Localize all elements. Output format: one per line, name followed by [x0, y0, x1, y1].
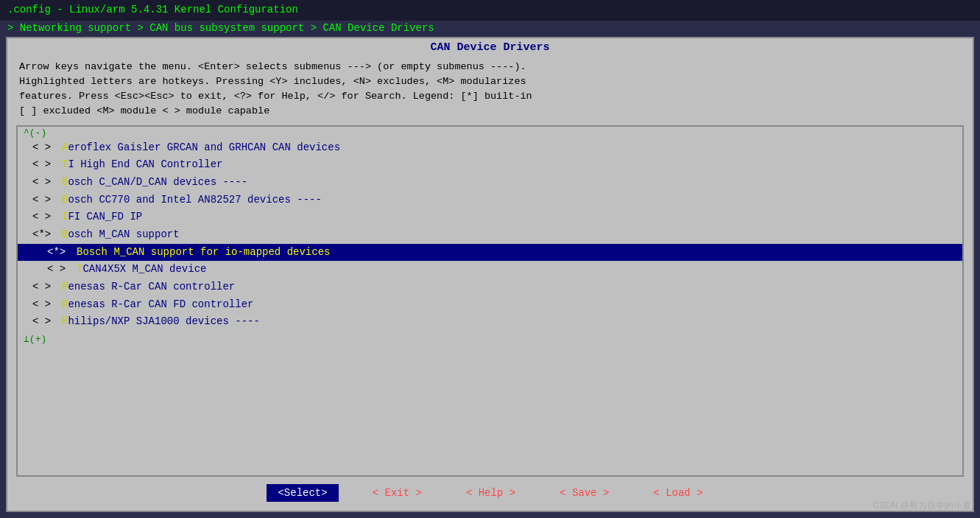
hotkey-letter: I: [62, 211, 68, 223]
item-bracket: <*>: [32, 227, 59, 243]
help-line-3: features. Press <Esc><Esc> to exit, <?> …: [19, 89, 961, 104]
hotkey-letter: P: [62, 315, 68, 327]
help-line-1: Arrow keys navigate the menu. <Enter> se…: [19, 60, 961, 74]
list-item[interactable]: < > IFI CAN_FD IP: [18, 209, 962, 226]
outer-window: .config - Linux/arm 5.4.31 Kernel Config…: [0, 0, 980, 518]
list-item[interactable]: < > TI High End CAN Controller: [18, 156, 962, 174]
item-bracket: < >: [47, 262, 74, 278]
item-label: IFI CAN_FD IP: [62, 209, 142, 225]
list-item[interactable]: < > Bosch C_CAN/D_CAN devices ----: [18, 174, 962, 192]
item-bracket: < >: [32, 209, 59, 225]
hotkey-letter: A: [62, 141, 68, 153]
dash-suffix: ----: [229, 315, 260, 327]
help-line-4: [ ] excluded <M> module < > module capab…: [19, 104, 961, 119]
main-panel: CAN Device Drivers Arrow keys navigate t…: [6, 37, 974, 512]
item-label: Aeroflex Gaisler GRCAN and GRHCAN CAN de…: [62, 140, 340, 156]
title-bar: .config - Linux/arm 5.4.31 Kernel Config…: [0, 0, 980, 21]
button-bar: <Select> < Exit > < Help > < Save > < Lo…: [7, 477, 973, 511]
item-label: TI High End CAN Controller: [62, 157, 222, 173]
dash-suffix: ----: [291, 194, 322, 206]
item-label: Philips/NXP SJA1000 devices ----: [62, 314, 260, 330]
title-line1: .config - Linux/arm 5.4.31 Kernel Config…: [7, 3, 973, 18]
hotkey-letter: B: [62, 194, 68, 206]
list-item-highlighted[interactable]: <*> Bosch M_CAN support for io-mapped de…: [18, 244, 962, 262]
hotkey-letter: B: [77, 246, 82, 258]
list-item[interactable]: < > Aeroflex Gaisler GRCAN and GRHCAN CA…: [18, 139, 962, 157]
panel-title: CAN Device Drivers: [7, 38, 973, 57]
select-button[interactable]: <Select>: [267, 484, 338, 502]
hotkey-letter: B: [62, 228, 68, 240]
item-label: Bosch CC770 and Intel AN82527 devices --…: [62, 192, 322, 209]
item-bracket: < >: [32, 314, 59, 330]
hotkey-letter: R: [62, 298, 68, 310]
item-bracket: < >: [32, 192, 59, 209]
save-button[interactable]: < Save >: [549, 485, 619, 501]
item-label: Bosch M_CAN support for io-mapped device…: [77, 245, 330, 261]
load-button[interactable]: < Load >: [643, 485, 713, 501]
item-label: Bosch C_CAN/D_CAN devices ----: [62, 175, 247, 191]
menu-items-list: < > Aeroflex Gaisler GRCAN and GRHCAN CA…: [18, 139, 962, 333]
list-item[interactable]: < > Bosch CC770 and Intel AN82527 device…: [18, 192, 962, 209]
item-bracket: < >: [32, 279, 59, 295]
item-bracket: <*>: [47, 245, 74, 261]
item-bracket: < >: [32, 175, 59, 191]
list-item[interactable]: <*> Bosch M_CAN support: [18, 226, 962, 244]
help-button[interactable]: < Help >: [456, 485, 526, 501]
scroll-top-indicator: ^(-): [18, 127, 962, 139]
menu-box[interactable]: ^(-) < > Aeroflex Gaisler GRCAN and GRHC…: [16, 125, 964, 477]
hotkey-letter: T: [77, 263, 82, 275]
watermark: CSDN @努力自学的小夏: [873, 500, 971, 512]
hotkey-letter: T: [62, 158, 68, 170]
help-line-2: Highlighted letters are hotkeys. Pressin…: [19, 74, 961, 89]
list-item[interactable]: < > Philips/NXP SJA1000 devices ----: [18, 313, 962, 331]
item-label: Renesas R-Car CAN controller: [62, 279, 235, 295]
exit-button[interactable]: < Exit >: [362, 485, 432, 501]
hotkey-letter: R: [62, 281, 68, 293]
item-label: Bosch M_CAN support: [62, 227, 180, 243]
item-label: TCAN4X5X M_CAN device: [77, 262, 206, 278]
help-text: Arrow keys navigate the menu. <Enter> se…: [7, 57, 973, 125]
breadcrumb: > Networking support > CAN bus subsystem…: [0, 21, 980, 37]
item-bracket: < >: [32, 297, 59, 313]
item-bracket: < >: [32, 157, 59, 173]
scroll-bottom-indicator: ⊥(+): [18, 332, 962, 346]
hotkey-letter: B: [62, 176, 68, 188]
dash-suffix: ----: [216, 176, 247, 188]
list-item[interactable]: < > Renesas R-Car CAN FD controller: [18, 296, 962, 314]
list-item[interactable]: < > Renesas R-Car CAN controller: [18, 279, 962, 296]
item-label: Renesas R-Car CAN FD controller: [62, 297, 253, 313]
list-item[interactable]: < > TCAN4X5X M_CAN device: [18, 261, 962, 279]
item-bracket: < >: [32, 140, 59, 156]
